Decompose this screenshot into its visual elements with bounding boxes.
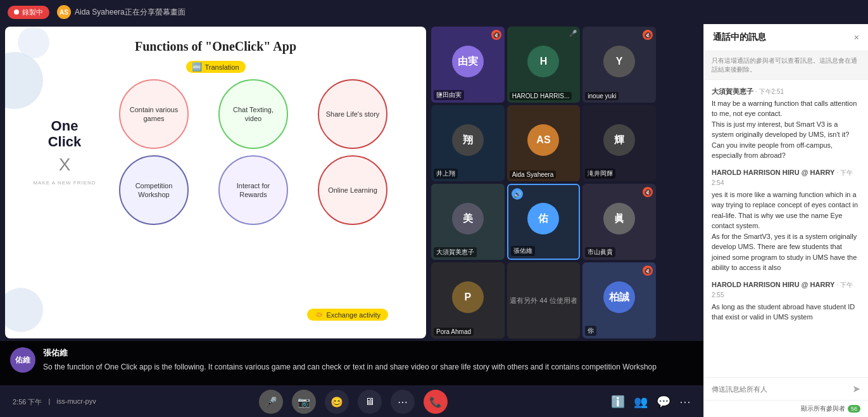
mic-muted-1: 🔇 bbox=[491, 30, 501, 40]
exchange-label: Exchange activity bbox=[326, 311, 381, 319]
online-count: 56 bbox=[848, 405, 860, 413]
chat-panel: 通話中的訊息 × 只有這場通話的參與者可以查看訊息。這訊息會在通話結束後刪除。 … bbox=[703, 24, 868, 417]
controls-center: 🎤 📷 😊 🖥 ⋯ 📞 bbox=[259, 390, 448, 414]
name-8: 張佑維 bbox=[511, 246, 535, 256]
chat-close-button[interactable]: × bbox=[854, 32, 859, 42]
name-5: Aida Syaheera bbox=[510, 170, 557, 179]
chat-time-1: · 下午2:51 bbox=[755, 88, 784, 95]
name-3: inoue yuki bbox=[585, 92, 619, 100]
recording-badge: 錄製中 bbox=[8, 6, 49, 19]
chat-icon[interactable]: 💬 bbox=[657, 395, 670, 409]
avatar-7: 美 bbox=[452, 203, 484, 234]
transcript-avatar: 佑維 bbox=[10, 347, 35, 373]
controls-right: ℹ️ 👥 💬 ⋯ bbox=[611, 395, 691, 409]
chat-title: 通話中的訊息 bbox=[713, 32, 766, 43]
chat-notice: 只有這場通話的參與者可以查看訊息。這訊息會在通話結束後刪除。 bbox=[704, 51, 868, 80]
chat-message-2: HAROLD HARRISON HIRU @ HARRY · 下午2:54 ye… bbox=[712, 167, 860, 273]
chat-sender-1: 大須賀美恵子 bbox=[712, 87, 753, 95]
controls-left: 2:56 下午 | iss-mucr-pyv bbox=[13, 397, 96, 407]
name-7: 大須賀美恵子 bbox=[434, 247, 477, 257]
chat-sender-3: HAROLD HARRISON HIRU @ HARRY bbox=[712, 281, 834, 288]
transcript-content: 張佑維 So the function of One Click app is … bbox=[43, 347, 693, 373]
mic-2: 🎤 bbox=[569, 30, 577, 37]
slide-body: One Click X MAKE A NEW FRIEND Contain va… bbox=[20, 79, 411, 225]
avatar-6: 輝 bbox=[603, 124, 635, 156]
end-call-button[interactable]: 📞 bbox=[424, 390, 448, 414]
video-cell-11: 還有另外 44 位使用者 bbox=[507, 262, 581, 338]
exchange-badge: 🤝 Exchange activity bbox=[307, 309, 388, 321]
circles-grid: Contain various games Chat Texting, vide… bbox=[119, 79, 411, 225]
avatar-10: P bbox=[452, 281, 484, 313]
avatar-2: H bbox=[527, 46, 559, 77]
show-participants-link[interactable]: 顯示所有參與者 bbox=[801, 404, 845, 413]
chat-message-1: 大須賀美恵子 · 下午2:51 It may be a warning func… bbox=[712, 86, 860, 161]
chat-text-3: As long as the student abroad have stude… bbox=[712, 302, 860, 323]
send-button[interactable]: ➤ bbox=[852, 383, 860, 395]
name-12: 你 bbox=[585, 326, 596, 336]
video-cell-1: 由実 🔇 鹽田由実 bbox=[431, 27, 505, 103]
avatar-1: 由実 bbox=[452, 46, 484, 77]
more-button[interactable]: ⋯ bbox=[391, 390, 415, 414]
avatar-3: Y bbox=[603, 46, 635, 77]
more-options-icon[interactable]: ⋯ bbox=[679, 395, 691, 409]
mic-muted-12: 🔇 bbox=[643, 266, 653, 276]
info-icon[interactable]: ℹ️ bbox=[611, 395, 625, 409]
circle-competition: Competition Workshop bbox=[119, 155, 189, 225]
chat-text-2: yes it is more like a warning function w… bbox=[712, 189, 860, 273]
presentation-area: Functions of Functions of "OneClick" App… bbox=[0, 24, 703, 341]
chat-messages: 大須賀美恵子 · 下午2:51 It may be a warning func… bbox=[704, 80, 868, 377]
circle-chat: Chat Texting, video bbox=[218, 79, 288, 149]
mic-muted-3: 🔇 bbox=[643, 30, 653, 40]
translation-label: Translation bbox=[204, 63, 239, 71]
video-cell-9: 眞 🔇 市山眞貴 bbox=[582, 184, 656, 260]
name-2: HAROLD HARRIS... bbox=[510, 92, 572, 100]
sharing-label: AS Aida Syaheera正在分享螢幕畫面 bbox=[57, 5, 186, 19]
chat-message-3: HAROLD HARRISON HIRU @ HARRY · 下午2:55 As… bbox=[712, 279, 860, 323]
video-cell-8: 佑 🔊 張佑維 bbox=[507, 184, 581, 260]
participants-icon[interactable]: 👥 bbox=[634, 395, 648, 409]
name-10: Pora Ahmad bbox=[434, 328, 474, 336]
chat-sender-2: HAROLD HARRISON HIRU @ HARRY bbox=[712, 169, 834, 176]
mic-muted-9: 🔇 bbox=[643, 187, 653, 197]
sharing-text: Aida Syaheera正在分享螢幕畫面 bbox=[75, 7, 186, 18]
chat-header: 通話中的訊息 × bbox=[704, 24, 868, 51]
main-content: Functions of Functions of "OneClick" App… bbox=[0, 24, 868, 417]
translation-badge: 🔤 Translation bbox=[186, 61, 245, 73]
name-6: 滝井岡輝 bbox=[585, 169, 615, 179]
circle-interact: Interact for Rewards bbox=[218, 155, 288, 225]
recording-label: 錄製中 bbox=[22, 8, 43, 17]
chat-input[interactable] bbox=[712, 385, 848, 393]
video-cell-3: Y 🔇 inoue yuki bbox=[582, 27, 656, 103]
emoji-button[interactable]: 😊 bbox=[325, 390, 349, 414]
video-cell-7: 美 大須賀美恵子 bbox=[431, 184, 505, 260]
logo-x: X bbox=[59, 155, 71, 175]
name-1: 鹽田由実 bbox=[434, 90, 464, 100]
avatar-12: 柏誠 bbox=[603, 281, 635, 313]
transcript-bar: 佑維 張佑維 So the function of One Click app … bbox=[0, 341, 703, 385]
transcript-text: So the function of One Click app is the … bbox=[43, 361, 693, 373]
video-cell-10: P Pora Ahmad bbox=[431, 262, 505, 338]
circle-online: Online Learning bbox=[318, 155, 387, 225]
video-cell-4: 翔 井上翔 bbox=[431, 105, 505, 181]
video-cell-2: H 🎤 HAROLD HARRIS... bbox=[507, 27, 581, 103]
chat-input-area: ➤ bbox=[704, 377, 868, 400]
controls-bar: 2:56 下午 | iss-mucr-pyv 🎤 📷 😊 🖥 ⋯ 📞 ℹ️ 👥 … bbox=[0, 385, 703, 417]
circle-share: Share Life's story bbox=[318, 79, 387, 149]
avatar-8: 佑 bbox=[527, 203, 559, 234]
extra-participants: 還有另外 44 位使用者 bbox=[507, 293, 579, 308]
logo-text: One Click bbox=[48, 119, 82, 149]
mic-button[interactable]: 🎤 bbox=[259, 390, 283, 414]
top-bar: 錄製中 AS Aida Syaheera正在分享螢幕畫面 bbox=[0, 0, 868, 24]
circle-contain-games: Contain various games bbox=[119, 79, 189, 149]
screen-share-button[interactable]: 🖥 bbox=[358, 390, 382, 414]
chat-text-1: It may be a warning function that calls … bbox=[712, 98, 860, 161]
left-panel: Functions of Functions of "OneClick" App… bbox=[0, 24, 703, 417]
deco-circle-topleft2 bbox=[18, 27, 49, 58]
meeting-id: iss-mucr-pyv bbox=[56, 397, 96, 407]
transcript-speaker: 張佑維 bbox=[43, 347, 693, 359]
video-cell-6: 輝 滝井岡輝 bbox=[582, 105, 656, 181]
video-button[interactable]: 📷 bbox=[292, 390, 316, 414]
video-cell-12: 柏誠 🔇 你 bbox=[582, 262, 656, 338]
avatar-4: 翔 bbox=[452, 124, 484, 156]
slide-title: Functions of Functions of "OneClick" App… bbox=[20, 39, 411, 54]
